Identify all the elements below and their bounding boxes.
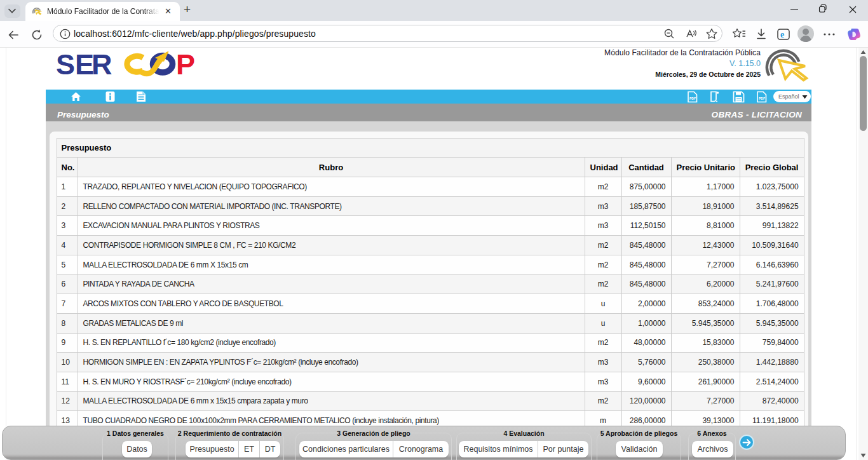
svg-text:PDF: PDF xyxy=(689,97,696,100)
svg-text:PDF: PDF xyxy=(759,97,765,100)
svg-text:R: R xyxy=(92,51,112,81)
svg-text:S: S xyxy=(57,51,75,81)
svg-text:P: P xyxy=(176,51,195,81)
svg-text:e: e xyxy=(780,30,784,39)
